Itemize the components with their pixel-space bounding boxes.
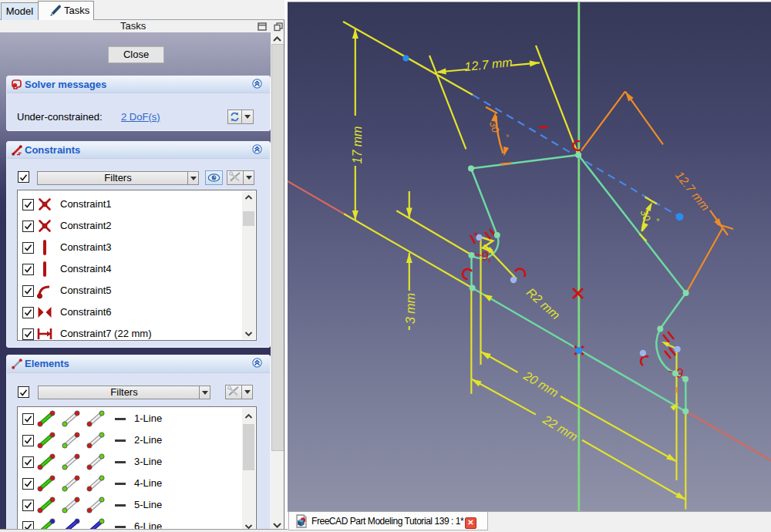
svg-text:17 mm: 17 mm — [351, 126, 364, 164]
svg-text:3 mm: 3 mm — [404, 293, 417, 324]
